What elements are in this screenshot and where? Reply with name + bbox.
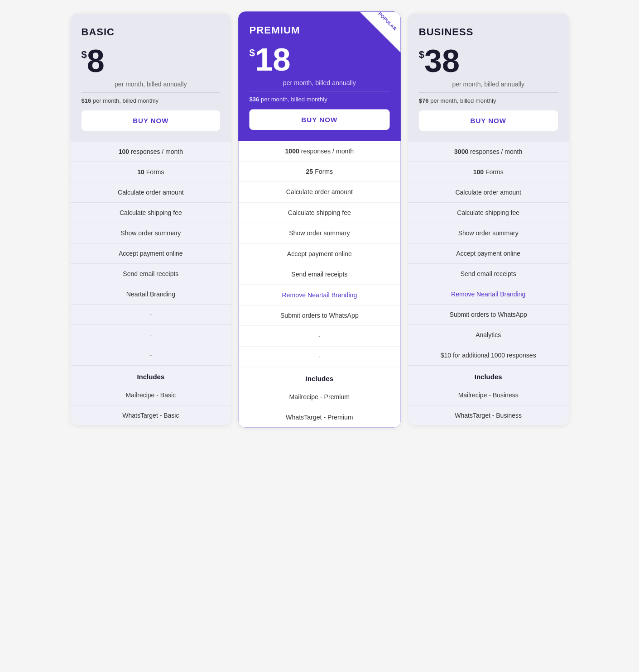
include-item: Mailrecipe - Basic xyxy=(71,385,231,405)
feature-item: Remove Neartail Branding xyxy=(238,285,400,305)
feature-item: Analytics xyxy=(408,325,569,345)
header-divider xyxy=(250,91,390,91)
features-list: 3000 responses / month100 FormsCalculate… xyxy=(408,142,569,425)
feature-item: Calculate shipping fee xyxy=(408,203,569,223)
feature-item: - xyxy=(238,347,400,367)
price-amount: 8 xyxy=(87,45,105,77)
popular-badge-text: POPULAR xyxy=(377,11,398,31)
pricing-table: BASIC$8per month, billed annually$16 per… xyxy=(71,14,569,425)
header-divider xyxy=(419,92,558,93)
feature-item: Submit orders to WhatsApp xyxy=(238,305,400,326)
feature-item: 100 Forms xyxy=(408,162,569,182)
feature-item: Send email receipts xyxy=(238,264,400,285)
feature-item: Calculate shipping fee xyxy=(71,203,231,223)
include-item: WhatsTarget - Basic xyxy=(71,405,231,425)
feature-item: Remove Neartail Branding xyxy=(408,284,569,305)
feature-item: Calculate shipping fee xyxy=(238,203,400,223)
feature-item: 100 responses / month xyxy=(71,142,231,162)
feature-item: Show order summary xyxy=(71,223,231,243)
include-item: WhatsTarget - Premium xyxy=(238,407,400,427)
feature-item: $10 for additional 1000 responses xyxy=(408,345,569,366)
include-item: Mailrecipe - Business xyxy=(408,385,569,405)
includes-label: Includes xyxy=(408,366,569,385)
feature-item: - xyxy=(238,326,400,346)
buy-now-button[interactable]: BUY NOW xyxy=(82,110,221,131)
feature-item: Calculate order amount xyxy=(71,182,231,203)
feature-item: Show order summary xyxy=(408,223,569,243)
feature-item: 1000 responses / month xyxy=(238,141,400,161)
header-divider xyxy=(82,92,221,93)
buy-now-button[interactable]: BUY NOW xyxy=(250,110,390,130)
price-dollar-sign: $ xyxy=(250,47,255,59)
popular-badge: POPULAR xyxy=(360,11,401,52)
feature-item: 10 Forms xyxy=(71,162,231,182)
feature-item: Submit orders to WhatsApp xyxy=(408,305,569,325)
price-dollar-sign: $ xyxy=(419,49,424,61)
include-item: Mailrecipe - Premium xyxy=(238,387,400,407)
buy-now-button[interactable]: BUY NOW xyxy=(419,110,558,131)
price-amount: 18 xyxy=(255,43,291,76)
monthly-billing: $36 per month, billed monthly xyxy=(250,96,390,103)
monthly-billing: $76 per month, billed monthly xyxy=(419,97,558,104)
billing-period: per month, billed annually xyxy=(419,81,558,88)
features-list: 100 responses / month10 FormsCalculate o… xyxy=(71,142,231,425)
plan-card-premium: POPULARPREMIUM$18per month, billed annua… xyxy=(238,11,400,427)
billing-period: per month, billed annually xyxy=(82,81,221,88)
includes-label: Includes xyxy=(238,367,400,386)
feature-item: Accept payment online xyxy=(408,243,569,264)
monthly-billing: $16 per month, billed monthly xyxy=(82,97,221,104)
price-dollar-sign: $ xyxy=(82,49,87,61)
feature-item: Calculate order amount xyxy=(408,182,569,203)
includes-label: Includes xyxy=(71,366,231,385)
feature-item: Show order summary xyxy=(238,223,400,243)
feature-item: Calculate order amount xyxy=(238,182,400,202)
price-row: $38 xyxy=(419,45,558,77)
feature-item: - xyxy=(71,325,231,345)
feature-item: Neartail Branding xyxy=(71,284,231,305)
price-amount: 38 xyxy=(424,45,460,77)
price-row: $8 xyxy=(82,45,221,77)
plan-card-basic: BASIC$8per month, billed annually$16 per… xyxy=(71,14,231,425)
feature-item: - xyxy=(71,345,231,366)
billing-period: per month, billed annually xyxy=(250,79,390,86)
plan-name: BUSINESS xyxy=(419,26,558,38)
feature-item: 25 Forms xyxy=(238,162,400,182)
feature-item: Accept payment online xyxy=(238,244,400,264)
feature-item: Send email receipts xyxy=(71,264,231,284)
plan-name: BASIC xyxy=(82,26,221,38)
feature-item: Send email receipts xyxy=(408,264,569,284)
include-item: WhatsTarget - Business xyxy=(408,405,569,425)
features-list: 1000 responses / month25 FormsCalculate … xyxy=(238,141,400,427)
feature-item: - xyxy=(71,305,231,325)
feature-item: 3000 responses / month xyxy=(408,142,569,162)
feature-item: Accept payment online xyxy=(71,243,231,264)
plan-card-business: BUSINESS$38per month, billed annually$76… xyxy=(408,14,569,425)
